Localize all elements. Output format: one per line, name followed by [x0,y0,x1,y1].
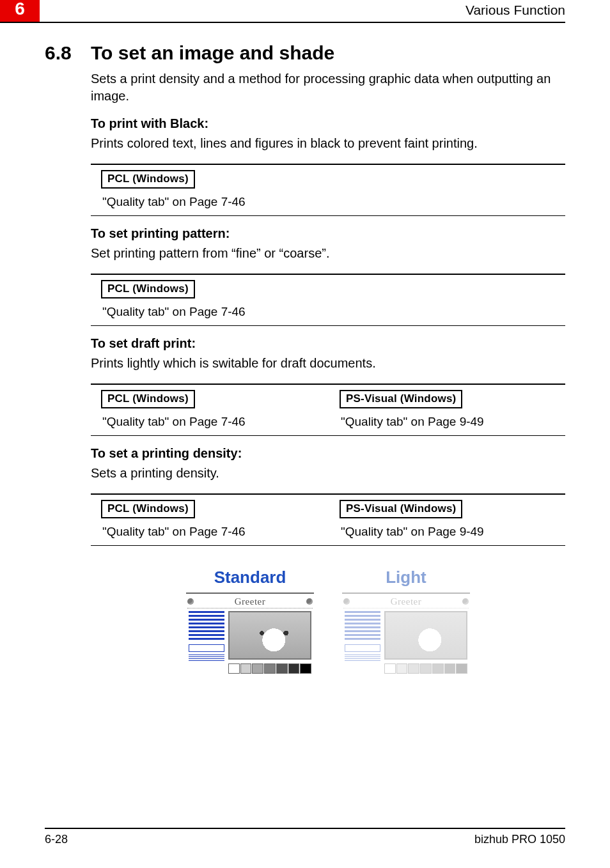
divider [91,274,565,275]
driver-label-pcl: PCL (Windows) [101,500,195,518]
swatch [288,663,300,674]
desc-printing-density: Sets a printing density. [91,465,565,482]
desc-draft-print: Prints lightly which is switable for dra… [91,355,565,372]
button-placeholder-icon [345,644,380,652]
dot-icon [343,598,350,605]
swatch-row [186,663,314,674]
divider [91,435,565,436]
driver-label-psvisual: PS-Visual (Windows) [340,500,462,518]
swatch [300,663,311,674]
driver-ref: "Quality tab" on Page 7-46 [102,195,565,209]
dog-photo-icon [228,611,311,660]
text-lines-icon [345,655,380,661]
divider [91,545,565,546]
page-number: 6-28 [45,833,68,846]
driver-col: PCL (Windows) "Quality tab" on Page 7-46 [101,500,327,539]
driver-row: PCL (Windows) "Quality tab" on Page 7-46… [101,390,565,429]
subhead-printing-pattern: To set printing pattern: [91,226,565,241]
swatch [420,663,432,674]
running-header: 6 Various Function [0,0,565,23]
figure-brand: Greeter [391,596,421,607]
swatch [444,663,456,674]
text-lines-icon [189,611,224,642]
section-number: 6.8 [45,42,91,64]
dot-icon [187,598,194,605]
driver-col: PS-Visual (Windows) "Quality tab" on Pag… [340,500,565,539]
figure-standard: Standard Greeter [186,568,314,668]
driver-col: PCL (Windows) "Quality tab" on Page 7-46 [101,390,327,429]
page-footer: 6-28 bizhub PRO 1050 [45,828,565,846]
density-figure: Standard Greeter [91,568,565,668]
driver-label-pcl: PCL (Windows) [101,280,195,298]
swatch [432,663,444,674]
driver-ref: "Quality tab" on Page 7-46 [102,305,565,319]
dot-icon [462,598,469,605]
dog-photo-icon [384,611,467,660]
swatch [456,663,467,674]
driver-label-pcl: PCL (Windows) [101,390,195,408]
driver-label-pcl: PCL (Windows) [101,170,195,189]
divider [91,164,565,165]
driver-col: PCL (Windows) "Quality tab" on Page 7-46 [101,280,565,319]
swatch [396,663,408,674]
text-lines-icon [189,655,224,661]
driver-col: PCL (Windows) "Quality tab" on Page 7-46 [101,170,565,209]
divider [91,384,565,385]
section-title: To set an image and shade [91,42,334,64]
dot-icon [306,598,313,605]
driver-col: PS-Visual (Windows) "Quality tab" on Pag… [340,390,565,429]
swatch [384,663,396,674]
swatch [252,663,263,674]
subhead-printing-density: To set a printing density: [91,446,565,461]
swatch-row [342,663,470,674]
section-heading: 6.8 To set an image and shade [45,42,565,64]
figure-brand: Greeter [235,596,265,607]
desc-printing-pattern: Set printing pattern from “fine” or “coa… [91,245,565,262]
section-intro: Sets a print density and a method for pr… [91,70,565,105]
figure-title-light: Light [342,568,470,587]
desc-print-black: Prints colored text, lines and figures i… [91,135,565,152]
driver-ref: "Quality tab" on Page 9-49 [341,525,565,539]
chapter-number-badge: 6 [0,0,40,22]
divider [91,325,565,326]
running-header-title: Various Function [465,3,565,18]
figure-title-standard: Standard [186,568,314,587]
driver-ref: "Quality tab" on Page 7-46 [102,525,327,539]
swatch [228,663,240,674]
subhead-draft-print: To set draft print: [91,336,565,351]
divider [91,493,565,495]
swatch [240,663,252,674]
driver-row: PCL (Windows) "Quality tab" on Page 7-46 [101,280,565,319]
swatch [276,663,288,674]
figure-light: Light Greeter [342,568,470,668]
figure-panel: Greeter [342,593,470,668]
driver-label-psvisual: PS-Visual (Windows) [340,390,462,408]
swatch [408,663,419,674]
figure-panel: Greeter [186,593,314,668]
driver-ref: "Quality tab" on Page 7-46 [102,415,327,429]
driver-row: PCL (Windows) "Quality tab" on Page 7-46 [101,170,565,209]
divider [91,215,565,216]
product-name: bizhub PRO 1050 [474,833,565,846]
subhead-print-black: To print with Black: [91,116,565,131]
driver-row: PCL (Windows) "Quality tab" on Page 7-46… [101,500,565,539]
swatch [264,663,276,674]
text-lines-icon [345,611,380,642]
button-placeholder-icon [189,644,224,652]
driver-ref: "Quality tab" on Page 9-49 [341,415,565,429]
